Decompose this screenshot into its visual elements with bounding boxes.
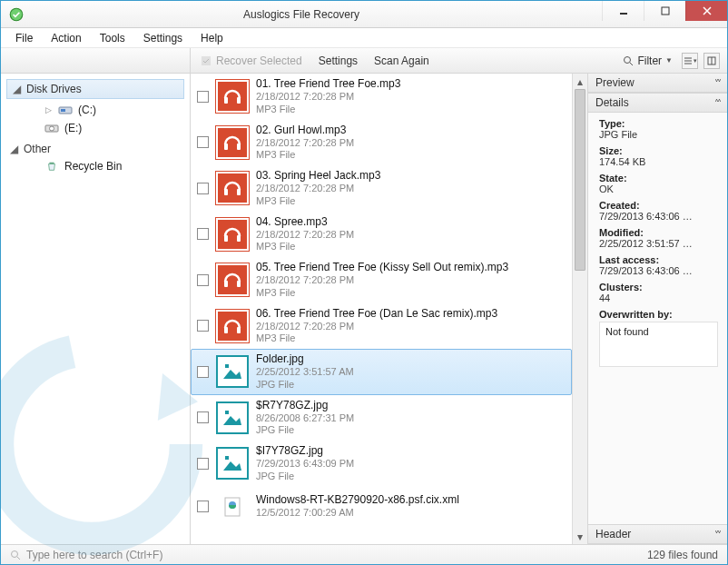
close-button[interactable] bbox=[685, 1, 727, 21]
file-type: JPG File bbox=[256, 424, 354, 437]
modified-label: Modified: bbox=[599, 227, 644, 238]
row-text: $R7Y78GZ.jpg8/26/2008 6:27:31 PMJPG File bbox=[256, 399, 354, 438]
recover-selected-button[interactable]: Recover Selected bbox=[196, 53, 306, 69]
menu-settings[interactable]: Settings bbox=[136, 30, 190, 46]
e-drive-label: (E:) bbox=[64, 122, 82, 134]
svg-rect-21 bbox=[224, 281, 228, 287]
row-text: $I7Y78GZ.jpg7/29/2013 6:43:09 PMJPG File bbox=[256, 444, 354, 483]
row-checkbox[interactable] bbox=[197, 274, 209, 286]
scroll-up-button[interactable]: ▴ bbox=[573, 74, 587, 89]
file-type: MP3 File bbox=[256, 104, 400, 116]
disk-drives-label: Disk Drives bbox=[26, 83, 82, 95]
header-section-header[interactable]: Header ˅˅ bbox=[588, 524, 727, 544]
svg-rect-18 bbox=[237, 189, 241, 195]
recover-label: Recover Selected bbox=[216, 55, 302, 67]
minimize-button[interactable] bbox=[602, 1, 644, 21]
tree-other[interactable]: ◢ Other bbox=[6, 141, 184, 157]
toolbar-settings[interactable]: Settings bbox=[315, 53, 361, 69]
file-list-inner[interactable]: 01. Tree Friend Tree Foe.mp32/18/2012 7:… bbox=[191, 74, 587, 544]
file-row[interactable]: Windows8-RT-KB2790920-x86.psf.cix.xml12/… bbox=[191, 487, 572, 527]
filter-button[interactable]: Filter ▼ bbox=[619, 53, 676, 69]
file-row[interactable]: $I7Y78GZ.jpg7/29/2013 6:43:09 PMJPG File bbox=[191, 441, 572, 487]
preview-section-header[interactable]: Preview ˅˅ bbox=[588, 74, 727, 93]
file-type: MP3 File bbox=[256, 195, 380, 208]
state-value: OK bbox=[599, 183, 614, 194]
decorative-swoosh bbox=[0, 326, 210, 562]
modified-value: 2/25/2012 3:51:57 … bbox=[599, 238, 693, 249]
file-name: Windows8-RT-KB2790920-x86.psf.cix.xml bbox=[256, 493, 459, 507]
row-checkbox[interactable] bbox=[197, 411, 209, 423]
mp3-thumb-icon bbox=[216, 126, 249, 159]
maximize-button[interactable] bbox=[644, 1, 685, 21]
scroll-thumb[interactable] bbox=[575, 89, 585, 271]
app-window: Auslogics File Recovery File Action Tool… bbox=[0, 0, 728, 565]
state-label: State: bbox=[599, 173, 627, 183]
menu-help[interactable]: Help bbox=[193, 30, 231, 46]
svg-rect-23 bbox=[224, 327, 228, 333]
menu-file[interactable]: File bbox=[8, 30, 40, 46]
row-checkbox[interactable] bbox=[197, 136, 209, 148]
svg-rect-19 bbox=[224, 235, 228, 242]
file-row[interactable]: 03. Spring Heel Jack.mp32/18/2012 7:20:2… bbox=[191, 165, 572, 212]
file-date: 2/25/2012 3:51:57 AM bbox=[256, 366, 354, 379]
tree-recycle-bin[interactable]: Recycle Bin bbox=[1, 157, 190, 175]
file-name: 01. Tree Friend Tree Foe.mp3 bbox=[256, 77, 400, 91]
overwritten-box: Not found bbox=[599, 322, 718, 367]
file-row[interactable]: 01. Tree Friend Tree Foe.mp32/18/2012 7:… bbox=[191, 74, 572, 120]
view-mode-detail-button[interactable] bbox=[703, 53, 720, 69]
scroll-track[interactable] bbox=[573, 89, 587, 529]
expand-icon: ˅˅ bbox=[714, 78, 720, 88]
scrollbar[interactable]: ▴ ▾ bbox=[572, 74, 587, 544]
other-label: Other bbox=[24, 143, 51, 155]
recycle-bin-label: Recycle Bin bbox=[64, 160, 122, 173]
created-value: 7/29/2013 6:43:06 … bbox=[599, 211, 693, 222]
row-checkbox[interactable] bbox=[197, 91, 209, 103]
tree-disk-drives[interactable]: ◢ Disk Drives bbox=[6, 79, 184, 99]
file-date: 2/18/2012 7:20:28 PM bbox=[256, 91, 400, 104]
details-section-header[interactable]: Details ˄˄ bbox=[588, 93, 727, 113]
menu-action[interactable]: Action bbox=[44, 30, 88, 46]
main: 01. Tree Friend Tree Foe.mp32/18/2012 7:… bbox=[191, 74, 727, 544]
row-text: 03. Spring Heel Jack.mp32/18/2012 7:20:2… bbox=[256, 169, 380, 208]
overwritten-label: Overwritten by: bbox=[599, 309, 673, 320]
row-checkbox[interactable] bbox=[197, 183, 209, 194]
file-row[interactable]: $R7Y78GZ.jpg8/26/2008 6:27:31 PMJPG File bbox=[191, 395, 572, 441]
tree-c-drive[interactable]: ▷ (C:) bbox=[1, 101, 190, 119]
mp3-thumb-icon bbox=[216, 218, 249, 251]
file-row[interactable]: Folder.jpg2/25/2012 3:51:57 AMJPG File bbox=[191, 349, 572, 395]
row-checkbox[interactable] bbox=[197, 228, 209, 240]
toolbar-scan-again[interactable]: Scan Again bbox=[370, 53, 433, 69]
caret-down-icon: ◢ bbox=[13, 85, 21, 94]
row-checkbox[interactable] bbox=[197, 320, 209, 332]
file-row[interactable]: 05. Tree Friend Tree Foe (Kissy Sell Out… bbox=[191, 257, 572, 303]
view-mode-list-button[interactable]: ▾ bbox=[682, 53, 698, 69]
size-value: 174.54 KB bbox=[599, 156, 645, 167]
row-checkbox[interactable] bbox=[197, 366, 209, 378]
menu-tools[interactable]: Tools bbox=[93, 30, 133, 46]
svg-point-4 bbox=[625, 56, 631, 63]
svg-rect-22 bbox=[237, 281, 241, 287]
file-list: 01. Tree Friend Tree Foe.mp32/18/2012 7:… bbox=[191, 74, 588, 544]
clusters-value: 44 bbox=[599, 292, 610, 303]
row-text: 06. Tree Friend Tree Foe (Dan Le Sac rem… bbox=[256, 307, 497, 346]
svg-rect-16 bbox=[237, 144, 241, 150]
svg-rect-9 bbox=[61, 109, 65, 112]
tree-e-drive[interactable]: (E:) bbox=[1, 119, 190, 137]
file-name: $R7Y78GZ.jpg bbox=[256, 399, 354, 412]
svg-rect-13 bbox=[224, 97, 228, 104]
row-checkbox[interactable] bbox=[197, 458, 209, 470]
file-row[interactable]: 04. Spree.mp32/18/2012 7:20:28 PMMP3 Fil… bbox=[191, 212, 572, 258]
caret-right-icon: ▷ bbox=[44, 106, 53, 114]
details-label: Details bbox=[595, 96, 629, 109]
collapse-icon: ˄˄ bbox=[714, 98, 720, 108]
jpg-thumb-icon bbox=[216, 355, 249, 388]
file-date: 2/18/2012 7:20:28 PM bbox=[256, 321, 497, 333]
c-drive-label: (C:) bbox=[78, 104, 96, 116]
filter-label: Filter bbox=[637, 55, 662, 67]
file-row[interactable]: 06. Tree Friend Tree Foe (Dan Le Sac rem… bbox=[191, 303, 572, 350]
file-row[interactable]: 02. Gurl Howl.mp32/18/2012 7:20:28 PMMP3… bbox=[191, 120, 572, 166]
scroll-down-button[interactable]: ▾ bbox=[573, 529, 587, 544]
row-text: 05. Tree Friend Tree Foe (Kissy Sell Out… bbox=[256, 261, 508, 300]
row-checkbox[interactable] bbox=[197, 501, 209, 512]
last-access-label: Last access: bbox=[599, 254, 659, 265]
